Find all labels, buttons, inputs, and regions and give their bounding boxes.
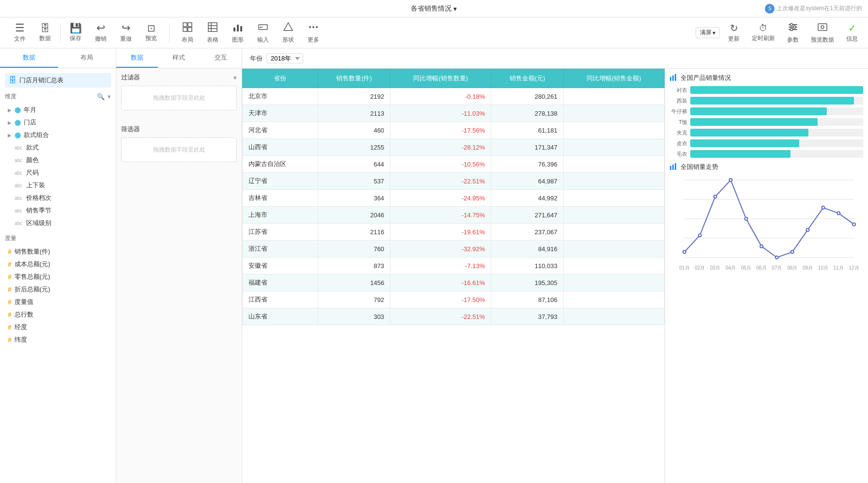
svg-rect-24 <box>818 24 827 30</box>
cell-amount: 64,987 <box>491 173 563 190</box>
info-button[interactable]: ✓ 信息 <box>840 20 864 45</box>
bar-label: 夹克 <box>670 129 687 136</box>
mid-tab-style[interactable]: 样式 <box>158 48 200 68</box>
data-label: 数据 <box>39 34 51 43</box>
mid-panel: 数据 样式 交互 过滤器 ▾ 拖拽数据字段至此处 筛选器 拖拽数据字段至此处 <box>116 48 242 483</box>
data-button[interactable]: 🗄 数据 <box>33 21 57 45</box>
measure-hash-icon-4: # <box>8 286 12 293</box>
bar-label: 皮衣 <box>670 140 687 147</box>
title-dropdown-icon[interactable]: ▾ <box>453 5 457 13</box>
mid-tab-data[interactable]: 数据 <box>116 48 158 68</box>
save-button[interactable]: 💾 保存 <box>63 21 88 45</box>
svg-rect-2 <box>183 28 187 31</box>
last-modified-info: S 上次修改是system在1天前进行的 <box>765 4 862 14</box>
filter-expand-button[interactable]: ▾ <box>233 74 237 81</box>
chart-button[interactable]: 图形 <box>226 20 250 46</box>
menu-button[interactable]: ☰ 文件 <box>8 21 32 45</box>
input-button[interactable]: 输入 <box>251 20 275 46</box>
dimension-search-button[interactable]: 🔍 <box>97 93 105 100</box>
dim-item-kuanshi[interactable]: ▶ abc 款式 <box>5 141 111 154</box>
left-tab-layout[interactable]: 布局 <box>58 48 116 68</box>
cell-qty-growth: -19.61% <box>390 224 491 241</box>
cell-qty: 460 <box>318 122 390 139</box>
cell-qty-growth: -11.03% <box>390 105 491 122</box>
dim-item-shangxiazhuang[interactable]: ▶ abc 上下装 <box>5 179 111 192</box>
measure-item-value[interactable]: # 度量值 <box>5 296 111 308</box>
dim-item-kuanzuhe[interactable]: ▶ ⬤ 款式组合 <box>5 129 111 141</box>
undo-button[interactable]: ↩ 撤销 <box>89 21 113 45</box>
bar-chart-row: 毛衣 <box>670 150 863 158</box>
bar-chart-row: 衬衣 <box>670 86 863 94</box>
preview-data-button[interactable]: 预览数据 <box>807 20 838 46</box>
params-icon <box>788 22 798 35</box>
table-header-row: 省份 销售数量(件) 同比增幅(销售数量) 销售金额(元) 同比增幅(销售金额) <box>243 69 665 88</box>
cell-qty: 792 <box>318 291 390 308</box>
cell-province: 内蒙古自治区 <box>243 156 318 173</box>
cell-amount-growth <box>563 257 664 274</box>
col-qty: 销售数量(件) <box>318 69 390 88</box>
cell-qty-growth: -16.61% <box>390 274 491 291</box>
dim-item-nianpue[interactable]: ▶ ⬤ 年月 <box>5 104 111 116</box>
more-button[interactable]: 更多 <box>301 20 326 46</box>
cell-province: 江西省 <box>243 291 318 308</box>
dim-item-yanse[interactable]: ▶ abc 颜色 <box>5 154 111 166</box>
svg-point-43 <box>775 256 778 259</box>
table-button[interactable]: 表格 <box>201 20 225 46</box>
measure-item-qty[interactable]: # 销售数量(件) <box>5 245 111 258</box>
mid-tabs: 数据 样式 交互 <box>116 48 242 68</box>
timer-button[interactable]: ⏱ 定时刷新 <box>748 21 779 45</box>
dimension-expand-icon[interactable]: ▾ <box>108 93 111 100</box>
save-icon: 💾 <box>70 23 82 33</box>
dim-label-mendian: 门店 <box>24 118 36 127</box>
measure-item-longitude[interactable]: # 经度 <box>5 321 111 333</box>
year-filter-select[interactable]: 2016年 2017年 2018年 2019年 <box>266 53 303 63</box>
measure-item-retail[interactable]: # 零售总额(元) <box>5 271 111 283</box>
measure-item-discounted[interactable]: # 折后总额(元) <box>5 283 111 296</box>
svg-text:06月: 06月 <box>757 265 767 271</box>
col-amount-growth: 同比增幅(销售金额) <box>563 69 664 88</box>
bar-fill <box>690 150 790 158</box>
table-row: 山东省 303 -22.51% 37,793 <box>243 308 665 325</box>
measure-label-cost: 成本总额(元) <box>15 260 50 269</box>
dim-label-kuanshi: 款式 <box>26 143 39 152</box>
fullscreen-selector[interactable]: 满屏 ▾ <box>696 27 720 38</box>
shape-button[interactable]: 形状 <box>276 20 300 46</box>
refresh-button[interactable]: ↻ 更新 <box>722 20 746 45</box>
cell-amount: 271,647 <box>491 207 563 224</box>
redo-button[interactable]: ↪ 重做 <box>114 21 138 45</box>
measure-item-total-rows[interactable]: # 总行数 <box>5 308 111 321</box>
params-button[interactable]: 参数 <box>781 20 805 46</box>
cell-qty: 644 <box>318 156 390 173</box>
measure-item-latitude[interactable]: # 纬度 <box>5 333 111 346</box>
dim-abc-icon: abc <box>15 145 22 151</box>
toolbar-left-group: ☰ 文件 🗄 数据 💾 保存 ↩ 撤销 ↪ 重做 ⊡ 预览 <box>4 21 167 45</box>
dim-item-mendian[interactable]: ▶ ⬤ 门店 <box>5 116 111 129</box>
left-tab-data[interactable]: 数据 <box>0 48 58 68</box>
measure-item-cost[interactable]: # 成本总额(元) <box>5 258 111 271</box>
cell-province: 北京市 <box>243 88 318 105</box>
preview-data-label: 预览数据 <box>811 36 834 44</box>
cell-amount: 44,992 <box>491 190 563 207</box>
dim-item-quyujiedu[interactable]: ▶ abc 区域级别 <box>5 217 111 229</box>
dim-item-jiagejiedu[interactable]: ▶ abc 价格档次 <box>5 192 111 204</box>
cell-qty-growth: -14.75% <box>390 207 491 224</box>
filter-title: 过滤器 <box>121 73 140 82</box>
layout-button[interactable]: 布局 <box>175 20 200 46</box>
cell-province: 福建省 <box>243 274 318 291</box>
info-label: 信息 <box>846 35 858 43</box>
bar-fill <box>690 97 854 105</box>
cell-qty-growth: -17.50% <box>390 291 491 308</box>
data-source-item[interactable]: 🗄 门店月销汇总表 <box>5 73 111 88</box>
cell-amount-growth <box>563 156 664 173</box>
bar-label: 西装 <box>670 97 687 105</box>
dim-item-xiaoshoujiujie[interactable]: ▶ abc 销售季节 <box>5 204 111 217</box>
svg-point-48 <box>852 223 855 226</box>
filter-section: 过滤器 ▾ 拖拽数据字段至此处 <box>116 68 242 120</box>
preview-button[interactable]: ⊡ 预览 <box>139 21 163 45</box>
cell-province: 江苏省 <box>243 224 318 241</box>
line-chart-title-row: 全国销量走势 <box>670 163 863 171</box>
mid-tab-interact[interactable]: 交互 <box>200 48 242 68</box>
dim-item-chima[interactable]: ▶ abc 尺码 <box>5 166 111 179</box>
bar-track <box>690 118 863 126</box>
svg-point-46 <box>822 206 824 209</box>
